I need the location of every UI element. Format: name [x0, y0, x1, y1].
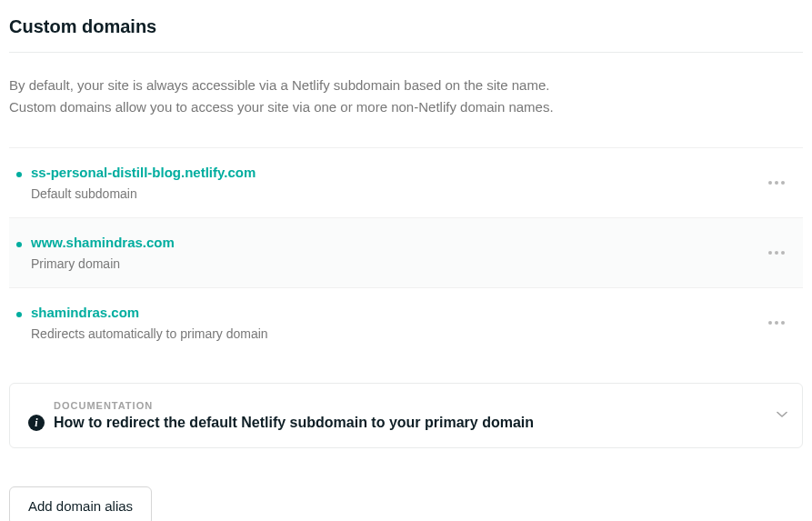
- domain-item: shamindras.com Redirects automatically t…: [9, 287, 803, 357]
- documentation-title: How to redirect the default Netlify subd…: [54, 415, 534, 431]
- dots-icon: [768, 251, 772, 255]
- domain-sublabel: Default subdomain: [31, 186, 748, 201]
- documentation-card[interactable]: DOCUMENTATION i How to redirect the defa…: [9, 383, 803, 448]
- section-description: By default, your site is always accessib…: [9, 53, 803, 147]
- more-options-button[interactable]: [761, 314, 792, 332]
- domain-link[interactable]: shamindras.com: [31, 305, 139, 320]
- domain-sublabel: Primary domain: [31, 256, 748, 271]
- more-options-button[interactable]: [761, 244, 792, 262]
- documentation-label: DOCUMENTATION: [54, 400, 757, 411]
- domain-list: ss-personal-distill-blog.netlify.com Def…: [9, 147, 803, 357]
- section-title: Custom domains: [9, 9, 803, 53]
- domain-sublabel: Redirects automatically to primary domai…: [31, 326, 748, 341]
- chevron-down-icon: [777, 411, 786, 420]
- domain-item: www.shamindras.com Primary domain: [9, 217, 803, 287]
- add-domain-alias-button[interactable]: Add domain alias: [9, 486, 152, 521]
- dots-icon: [768, 321, 772, 325]
- description-line-1: By default, your site is always accessib…: [9, 75, 803, 96]
- domain-item: ss-personal-distill-blog.netlify.com Def…: [9, 147, 803, 217]
- info-icon: i: [28, 415, 45, 431]
- description-line-2: Custom domains allow you to access your …: [9, 96, 803, 118]
- domain-link[interactable]: www.shamindras.com: [31, 235, 175, 250]
- dots-icon: [768, 181, 772, 185]
- domain-link[interactable]: ss-personal-distill-blog.netlify.com: [31, 165, 256, 180]
- more-options-button[interactable]: [761, 174, 792, 192]
